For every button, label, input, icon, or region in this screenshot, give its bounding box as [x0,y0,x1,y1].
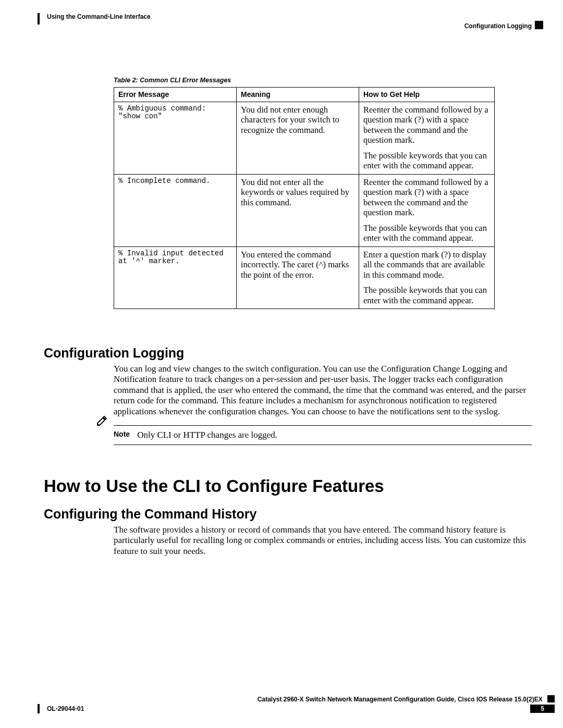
note-label: Note [114,430,130,438]
table-row: % Ambiguous command: "show con" You did … [114,102,495,175]
error-messages-table: Error Message Meaning How to Get Help % … [114,87,495,309]
error-code: % Incomplete command. [118,177,232,185]
error-meaning: You did not enter enough characters for … [237,102,359,175]
help-p2: The possible keywords that you can enter… [363,285,490,305]
header-marker-icon [535,21,543,29]
note-icon [96,414,108,427]
error-code: % Invalid input detected at '^' marker. [118,250,232,266]
note-text: Only CLI or HTTP changes are logged. [137,430,277,440]
th-error: Error Message [114,88,237,102]
section-body: The software provides a history or recor… [114,525,532,557]
error-code: % Ambiguous command: "show con" [118,105,232,121]
table-row: % Incomplete command. You did not enter … [114,174,495,246]
help-p1: Reenter the command followed by a questi… [363,177,490,218]
error-help: Reenter the command followed by a questi… [359,174,495,246]
help-p1: Reenter the command followed by a questi… [363,105,490,145]
help-p2: The possible keywords that you can enter… [363,151,490,171]
footer-marker-icon [547,695,555,702]
table-caption: Table 2: Common CLI Error Messages [114,77,532,84]
header-chapter: Using the Command-Line Interface [38,13,151,24]
header-section: Configuration Logging [464,22,532,30]
help-p2: The possible keywords that you can enter… [363,223,490,243]
section-title-config-logging: Configuration Logging [44,346,532,361]
section-body: You can log and view changes to the swit… [114,364,532,417]
error-meaning: You did not enter all the keywords or va… [237,174,359,246]
th-meaning: Meaning [237,88,359,102]
note-block: Note Only CLI or HTTP changes are logged… [114,425,532,445]
th-help: How to Get Help [359,88,495,102]
footer-guide-title: Catalyst 2960-X Switch Network Managemen… [258,696,543,703]
error-meaning: You entered the command incorrectly. The… [237,246,359,309]
chapter-title: How to Use the CLI to Configure Features [44,476,532,496]
help-p1: Enter a question mark (?) to display all… [363,250,490,280]
footer-doc-number: OL-29044-01 [38,704,84,713]
section-title-command-history: Configuring the Command History [44,507,532,522]
footer-page-number: 5 [530,705,555,713]
error-help: Enter a question mark (?) to display all… [359,246,495,309]
table-row: % Invalid input detected at '^' marker. … [114,246,495,309]
error-help: Reenter the command followed by a questi… [359,102,495,175]
